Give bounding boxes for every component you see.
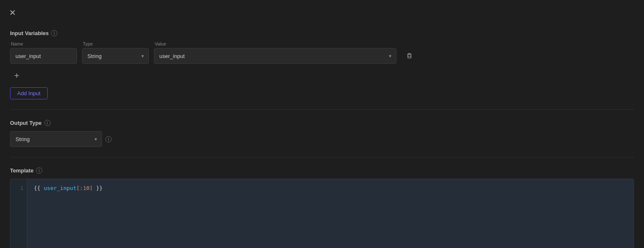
modal-container: Input Variables i Name Type String Numbe… [0, 0, 644, 248]
type-select[interactable]: String Number Boolean Array Object [82, 48, 149, 64]
type-label: Type [82, 41, 149, 46]
input-variables-info-icon[interactable]: i [51, 30, 57, 36]
add-icon-row [10, 69, 634, 82]
template-header: Template i [10, 167, 634, 174]
value-field-group: Value user_input ▼ [154, 41, 396, 64]
template-section: Template i 1 {{ user_input[:10] }} [10, 167, 634, 248]
output-type-row: String Number Boolean Array Object ▼ i [10, 131, 634, 147]
output-type-info-icon[interactable]: i [44, 120, 51, 126]
close-icon [9, 9, 16, 16]
input-variables-title: Input Variables [10, 30, 49, 36]
code-slice: [:10] [77, 185, 93, 191]
add-row-icon-button[interactable] [10, 69, 23, 82]
svg-rect-2 [408, 54, 411, 58]
trash-icon [406, 53, 413, 59]
output-type-header: Output Type i [10, 120, 634, 126]
code-variable: user_input [43, 185, 76, 191]
template-info-icon[interactable]: i [36, 167, 42, 174]
input-variables-section: Input Variables i Name Type String Numbe… [10, 30, 634, 99]
value-label: Value [154, 41, 396, 46]
name-label: Name [10, 41, 77, 46]
code-content: {{ user_input[:10] }} [27, 179, 634, 248]
divider-1 [10, 109, 634, 110]
close-button[interactable] [7, 7, 18, 18]
delete-row-button[interactable] [401, 48, 417, 64]
value-select-wrapper: user_input ▼ [154, 48, 396, 64]
output-type-info2-icon[interactable]: i [105, 136, 112, 142]
divider-2 [10, 157, 634, 157]
plus-icon [13, 72, 20, 79]
name-field-group: Name [10, 41, 77, 64]
output-type-section: Output Type i String Number Boolean Arra… [10, 120, 634, 147]
input-variables-row: Name Type String Number Boolean Array Ob… [10, 41, 634, 64]
value-select[interactable]: user_input [154, 48, 396, 64]
brace-open: {{ [34, 185, 43, 191]
line-numbers: 1 [10, 179, 27, 248]
code-editor[interactable]: 1 {{ user_input[:10] }} [10, 179, 634, 248]
output-type-select[interactable]: String Number Boolean Array Object [10, 131, 102, 147]
name-input[interactable] [10, 48, 77, 64]
output-type-title: Output Type [10, 120, 42, 126]
brace-close: }} [93, 185, 102, 191]
type-field-group: Type String Number Boolean Array Object … [82, 41, 149, 64]
input-variables-header: Input Variables i [10, 30, 634, 36]
output-type-select-wrapper: String Number Boolean Array Object ▼ [10, 131, 102, 147]
template-title: Template [10, 167, 33, 174]
type-select-wrapper: String Number Boolean Array Object ▼ [82, 48, 149, 64]
add-input-button[interactable]: Add Input [10, 87, 48, 99]
